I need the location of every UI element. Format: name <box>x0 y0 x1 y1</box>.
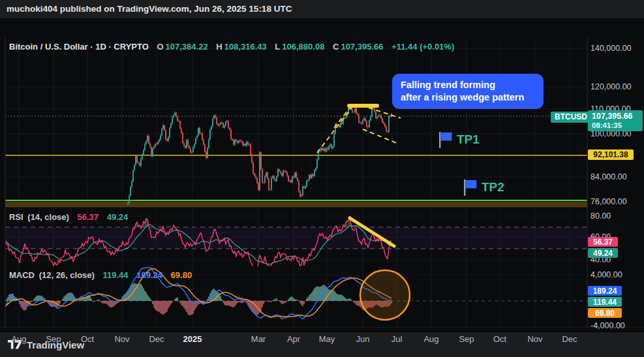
price-axis-label: 120,000.00 <box>590 82 632 91</box>
open-label: O <box>157 42 163 52</box>
time-axis-label: 2025 <box>183 328 202 350</box>
price-axis-label: 84,000.00 <box>590 172 627 181</box>
macd-highlight-circle <box>360 270 410 320</box>
value-badge: 92,101.38 <box>588 149 634 160</box>
time-axis-label: Apr <box>287 328 300 350</box>
wedge-trendline <box>317 107 352 153</box>
low-value: 106,880.08 <box>282 42 324 52</box>
value-badge: 49.24 <box>588 248 618 258</box>
value-badge: 56.37 <box>588 237 618 247</box>
annotation-callout[interactable]: Falling trend forming after a rising wed… <box>392 74 544 109</box>
tp2-flag[interactable]: TP2 <box>462 179 504 196</box>
macd-params: (12, 26, close) <box>39 270 95 280</box>
rsi-ma-value: 49.24 <box>107 212 129 222</box>
rsi-value: 56.37 <box>78 212 99 222</box>
attribution-text: muchoki404 published on TradingView.com,… <box>7 4 292 14</box>
rsi-legend[interactable]: RSI (14, close) 56.37 49.24 <box>9 212 130 222</box>
time-axis-label: Dec <box>149 328 164 350</box>
symbol-title: Bitcoin / U.S. Dollar · 1D · CRYPTO <box>9 42 149 52</box>
time-axis-label: Jun <box>356 328 370 350</box>
macd-hist-value: 119.44 <box>103 270 129 280</box>
price-axis-label: 80.00 <box>590 211 611 221</box>
value-badge: 69.80 <box>588 308 622 318</box>
time-axis-label: Nov <box>527 328 542 350</box>
wedge-trendline <box>363 129 398 144</box>
macd-name: MACD <box>9 270 35 280</box>
time-axis-label: Jul <box>391 328 403 350</box>
close-value: 107,395.66 <box>341 42 383 52</box>
price-axis-label: 76,000.00 <box>590 197 627 206</box>
price-axis-label: -4,000.00 <box>590 321 625 330</box>
time-axis-label: Oct <box>81 328 94 350</box>
flag-icon <box>462 179 478 196</box>
macd-legend[interactable]: MACD (12, 26, close) 119.44 189.24 69.80 <box>9 270 194 280</box>
time-axis-label: Aug <box>11 328 26 350</box>
value-badge: 119.44 <box>588 297 622 307</box>
high-label: H <box>216 42 222 52</box>
callout-line2: after a rising wedge pattern <box>401 91 544 104</box>
value-badge: 189.24 <box>588 286 622 296</box>
price-axis-label: 4,000.00 <box>590 270 622 279</box>
macd-signal-value: 69.80 <box>171 270 192 280</box>
price-axis-label: 140,000.00 <box>590 44 632 53</box>
time-axis-label: Mar <box>251 328 266 350</box>
macd-line-value: 189.24 <box>136 270 162 280</box>
time-axis-label: Sep <box>459 328 474 350</box>
high-value: 108,316.43 <box>224 42 267 52</box>
tradingview-snapshot: muchoki404 published on TradingView.com,… <box>0 0 644 357</box>
tp1-flag[interactable]: TP1 <box>437 131 480 149</box>
open-value: 107,384.22 <box>166 42 208 52</box>
time-axis-label: Aug <box>423 328 438 350</box>
time-axis-label: Oct <box>493 328 506 350</box>
rsi-params: (14, close) <box>27 212 69 222</box>
chart-canvas[interactable] <box>0 37 644 328</box>
tp1-label: TP1 <box>457 132 480 147</box>
time-axis-label: Dec <box>562 328 577 350</box>
close-label: C <box>333 42 339 52</box>
time-axis-label: Nov <box>114 328 129 350</box>
rsi-name: RSI <box>9 212 23 222</box>
symbol-chip-text: BTCUSD <box>555 112 587 121</box>
current-price-badge: 107,395.66 08:41:35 <box>588 110 643 131</box>
change-value: +11.44 (+0.01%) <box>391 42 454 52</box>
time-axis-label: May <box>319 328 335 350</box>
symbol-price-chip: BTCUSD <box>551 112 591 123</box>
symbol-legend[interactable]: Bitcoin / U.S. Dollar · 1D · CRYPTO O107… <box>9 42 456 52</box>
current-price: 107,395.66 <box>592 112 643 121</box>
time-axis-label: Sep <box>46 328 61 350</box>
low-label: L <box>275 42 280 52</box>
attribution-bar: muchoki404 published on TradingView.com,… <box>0 0 644 18</box>
chart-container[interactable]: Bitcoin / U.S. Dollar · 1D · CRYPTO O107… <box>0 18 644 332</box>
tp2-label: TP2 <box>482 180 504 194</box>
callout-line1: Falling trend forming <box>401 79 544 91</box>
flag-icon <box>437 131 453 149</box>
bar-countdown: 08:41:35 <box>592 121 643 130</box>
